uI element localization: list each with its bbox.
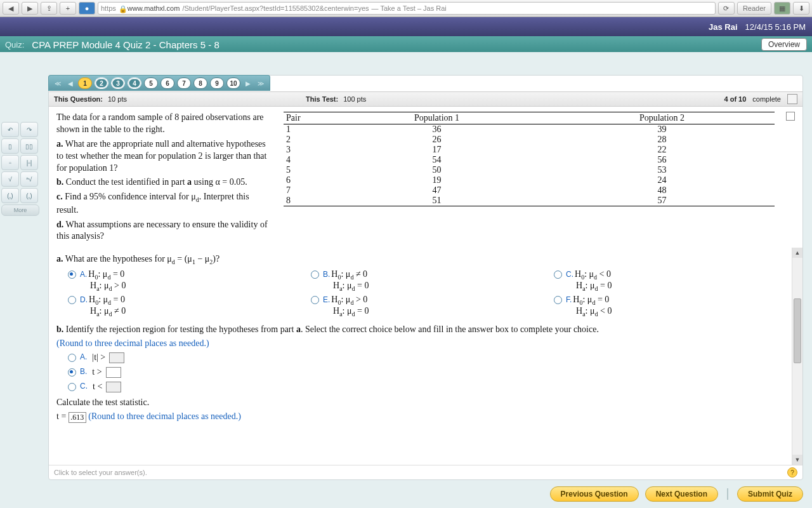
- quiz-label: Quiz:: [5, 40, 24, 50]
- radio-icon[interactable]: [68, 271, 76, 279]
- answer-area: a. What are the hypotheses for μd = (μ1 …: [49, 248, 792, 465]
- header-datetime: 12/4/15 5:16 PM: [745, 22, 806, 32]
- tool-more[interactable]: More: [1, 204, 39, 216]
- nav-question-5[interactable]: 5: [144, 77, 158, 89]
- user-name: Jas Rai: [709, 22, 738, 32]
- radio-icon[interactable]: [68, 354, 76, 362]
- tool-abs[interactable]: |▫|: [20, 155, 38, 170]
- t-statistic-input[interactable]: .613: [69, 412, 86, 423]
- radio-icon[interactable]: [554, 271, 562, 279]
- nav-question-2[interactable]: 2: [95, 77, 108, 89]
- progress-count: 4 of 10: [724, 95, 746, 103]
- option-ha: Ha: μd = 0: [333, 281, 369, 290]
- table-cell: 57: [549, 196, 775, 206]
- data-table: PairPopulation 1Population 2136392262831…: [284, 112, 775, 245]
- add-tab-button[interactable]: +: [60, 2, 76, 15]
- quiz-header: Quiz: CPA PREP Module 4 Quiz 2 - Chapter…: [0, 36, 812, 53]
- qa-option-D[interactable]: D.H0: μd = 0Ha: μd ≠ 0: [68, 295, 298, 318]
- submit-quiz-button[interactable]: Submit Quiz: [737, 486, 803, 502]
- help-icon[interactable]: ?: [787, 467, 797, 478]
- tool-paren[interactable]: (,): [1, 188, 19, 203]
- table-header: Population 1: [324, 112, 549, 124]
- qa-option-E[interactable]: E.H0: μd > 0Ha: μd = 0: [311, 295, 541, 318]
- tool-undo[interactable]: ↶: [1, 122, 19, 137]
- vertical-scrollbar[interactable]: ▲ ▼: [792, 248, 802, 465]
- qb-option-B[interactable]: B.t >: [68, 367, 784, 378]
- nav-prev[interactable]: ◀: [65, 78, 75, 88]
- reload-button[interactable]: ⟳: [718, 2, 735, 15]
- radio-icon[interactable]: [311, 296, 319, 304]
- bookmark-button[interactable]: ▦: [774, 2, 790, 15]
- url-scheme: https: [101, 4, 116, 12]
- previous-question-button[interactable]: Previous Question: [550, 486, 639, 502]
- next-question-button[interactable]: Next Question: [645, 486, 718, 502]
- tool-interval[interactable]: (,): [20, 188, 38, 203]
- option-text: t <: [93, 382, 102, 392]
- nav-question-7[interactable]: 7: [177, 77, 191, 89]
- tool-exp[interactable]: ▫: [1, 155, 19, 170]
- radio-icon[interactable]: [311, 271, 319, 279]
- table-cell: 53: [549, 165, 775, 175]
- url-path: /Student/PlayerTest.aspx?testId=11558530…: [182, 4, 369, 12]
- table-cell: 2: [284, 135, 324, 145]
- nav-question-8[interactable]: 8: [193, 77, 207, 89]
- scroll-down-icon[interactable]: ▼: [792, 455, 802, 465]
- nav-first[interactable]: ≪: [53, 78, 63, 88]
- option-ha: Ha: μd = 0: [576, 281, 612, 290]
- option-key: E.: [323, 295, 330, 304]
- table-cell: 28: [549, 135, 775, 145]
- table-header: Population 2: [549, 112, 775, 124]
- answer-box[interactable]: [106, 367, 121, 378]
- radio-icon[interactable]: [68, 383, 76, 391]
- tool-fraction[interactable]: ▯: [1, 138, 19, 154]
- popout-icon[interactable]: [787, 94, 797, 104]
- lock-icon: 🔒: [119, 5, 125, 11]
- radio-icon[interactable]: [68, 296, 76, 304]
- option-h0: H0: μd < 0: [575, 269, 611, 279]
- option-text: |t| >: [92, 352, 105, 363]
- url-bar[interactable]: https 🔒 www.mathxl.com /Student/PlayerTe…: [98, 2, 716, 15]
- radio-icon[interactable]: [554, 296, 562, 304]
- option-h0: H0: μd = 0: [88, 269, 124, 279]
- tool-sidebar: ↶↷ ▯▯▯ ▫|▫| √ⁿ√ (,)(,) More: [1, 122, 38, 216]
- nav-next[interactable]: ▶: [243, 78, 253, 88]
- overview-button[interactable]: Overview: [761, 38, 807, 51]
- tool-nroot[interactable]: ⁿ√: [20, 171, 38, 187]
- back-button[interactable]: ◀: [3, 2, 19, 15]
- qa-option-A[interactable]: A.H0: μd = 0Ha: μd > 0: [68, 269, 298, 292]
- expand-table-icon[interactable]: [786, 112, 795, 121]
- table-cell: 48: [549, 185, 775, 196]
- answer-box[interactable]: [106, 382, 121, 392]
- nav-last[interactable]: ≫: [256, 78, 266, 88]
- table-cell: 36: [324, 124, 549, 135]
- qa-option-F[interactable]: F.H0: μd = 0Ha: μd < 0: [554, 295, 784, 318]
- tool-redo[interactable]: ↷: [20, 122, 38, 137]
- forward-button[interactable]: ▶: [22, 2, 38, 15]
- nav-question-10[interactable]: 10: [226, 77, 240, 89]
- table-cell: 50: [324, 165, 549, 175]
- nav-question-3[interactable]: 3: [111, 77, 125, 89]
- tool-sqrt[interactable]: √: [1, 171, 19, 187]
- table-cell: 8: [284, 196, 324, 206]
- tool-mixed[interactable]: ▯▯: [20, 138, 38, 154]
- problem-statement: The data for a random sample of 8 paired…: [49, 107, 802, 248]
- downloads-button[interactable]: ⬇: [793, 2, 809, 15]
- qa-option-B[interactable]: B.H0: μd ≠ 0Ha: μd = 0: [311, 269, 541, 292]
- answer-box[interactable]: [109, 352, 124, 363]
- qb-option-C[interactable]: C.t <: [68, 382, 784, 392]
- scroll-up-icon[interactable]: ▲: [792, 248, 802, 258]
- qa-option-C[interactable]: C.H0: μd < 0Ha: μd = 0: [554, 269, 784, 292]
- scroll-thumb[interactable]: [794, 298, 801, 363]
- nav-question-9[interactable]: 9: [210, 77, 224, 89]
- nav-question-6[interactable]: 6: [160, 77, 174, 89]
- qb-option-A[interactable]: A.|t| >: [68, 352, 784, 363]
- reader-button[interactable]: Reader: [737, 2, 771, 15]
- radio-icon[interactable]: [68, 368, 76, 377]
- table-cell: 24: [549, 175, 775, 185]
- nav-question-1[interactable]: 1: [78, 77, 92, 89]
- nav-question-4[interactable]: 4: [128, 77, 141, 89]
- option-key: F.: [566, 295, 572, 304]
- option-ha: Ha: μd > 0: [90, 281, 126, 290]
- share-button[interactable]: ⇪: [41, 2, 57, 15]
- qb-round-hint: (Round to three decimal places as needed…: [56, 338, 784, 349]
